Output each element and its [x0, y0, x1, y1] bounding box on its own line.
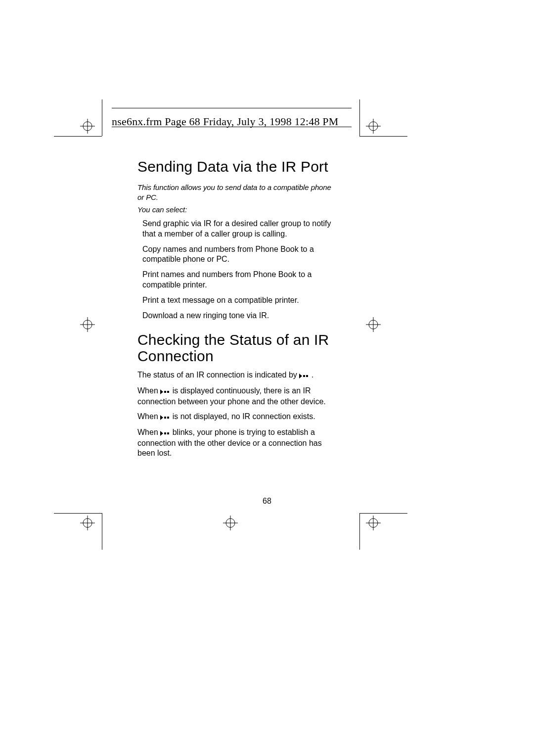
paragraph: When blinks, your phone is trying to est… [137, 427, 331, 458]
svg-rect-31 [164, 432, 166, 434]
svg-rect-29 [167, 417, 169, 419]
crop-line [359, 513, 360, 550]
crop-line [54, 513, 102, 514]
text: When [137, 386, 160, 395]
svg-rect-22 [303, 375, 305, 377]
crop-line [102, 513, 102, 550]
svg-rect-26 [167, 391, 169, 393]
ir-indicator-icon [160, 387, 170, 397]
svg-marker-27 [160, 415, 163, 420]
header-rule [112, 108, 352, 108]
svg-rect-23 [306, 375, 308, 377]
paragraph: When is displayed continuously, there is… [137, 386, 331, 407]
crop-line [54, 136, 102, 137]
heading-sending-data: Sending Data via the IR Port [137, 158, 331, 176]
list-item: Send graphic via IR for a desired caller… [142, 219, 331, 239]
text: When [137, 428, 160, 436]
intro-text: This function allows you to send data to… [137, 183, 331, 203]
svg-rect-32 [167, 432, 169, 434]
svg-marker-30 [160, 431, 163, 436]
text: When [137, 412, 160, 421]
registration-mark-icon [223, 516, 238, 530]
page-number: 68 [0, 497, 534, 506]
svg-rect-28 [164, 417, 166, 419]
lead-text: You can select: [137, 205, 331, 214]
text: . [312, 371, 313, 379]
svg-marker-21 [299, 374, 302, 378]
paragraph: When is not displayed, no IR connection … [137, 412, 331, 423]
registration-mark-icon [80, 317, 95, 332]
document-page: { "header": { "text": "nse6nx.frm Page 6… [0, 0, 534, 756]
svg-marker-24 [160, 389, 163, 394]
registration-mark-icon [366, 119, 381, 134]
text: The status of an IR connection is indica… [137, 371, 299, 379]
list-item: Copy names and numbers from Phone Book t… [142, 244, 331, 265]
registration-mark-icon [366, 317, 381, 332]
ir-indicator-icon [160, 413, 170, 423]
list-item: Print a text message on a compatible pri… [142, 295, 331, 306]
registration-mark-icon [80, 516, 95, 530]
ir-indicator-icon [160, 428, 170, 438]
crop-line [359, 99, 360, 136]
heading-checking-status: Checking the Status of an IR Connection [137, 331, 331, 364]
list-item: Download a new ringing tone via IR. [142, 311, 331, 321]
crop-line [359, 513, 407, 514]
paragraph: The status of an IR connection is indica… [137, 370, 331, 381]
page-content: Sending Data via the IR Port This functi… [137, 158, 331, 463]
registration-mark-icon [366, 516, 381, 530]
crop-line [102, 99, 102, 136]
options-list: Send graphic via IR for a desired caller… [137, 219, 331, 321]
text: is not displayed, no IR connection exist… [173, 412, 315, 421]
crop-line [359, 136, 407, 137]
running-header: nse6nx.frm Page 68 Friday, July 3, 1998 … [112, 115, 339, 128]
registration-mark-icon [80, 119, 95, 134]
svg-rect-25 [164, 391, 166, 393]
ir-indicator-icon [299, 371, 309, 381]
list-item: Print names and numbers from Phone Book … [142, 270, 331, 290]
